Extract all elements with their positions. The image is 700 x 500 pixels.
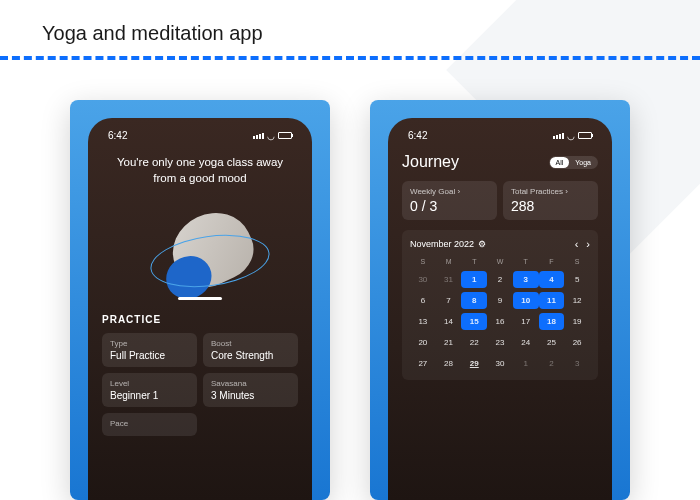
wifi-icon: ◡ — [267, 131, 275, 141]
phone-mockup-1: 6:42 ◡ You're only one yoga class away f… — [70, 100, 330, 500]
calendar-day[interactable]: 17 — [513, 313, 539, 330]
calendar-header: November 2022 ⚙ ‹ › — [410, 238, 590, 250]
phone-screen-1: 6:42 ◡ You're only one yoga class away f… — [88, 118, 312, 500]
calendar-day[interactable]: 27 — [410, 355, 436, 372]
calendar-day[interactable]: 3 — [564, 355, 590, 372]
phone-screen-2: 6:42 ◡ Journey All Yoga Weekly Goal 0 / … — [388, 118, 612, 500]
journey-title: Journey — [402, 153, 459, 171]
calendar-day[interactable]: 21 — [436, 334, 462, 351]
hero-image — [102, 204, 298, 300]
practice-card[interactable]: Savasana3 Minutes — [203, 373, 298, 407]
calendar: November 2022 ⚙ ‹ › SMTWTFS3031123456789… — [402, 230, 598, 380]
battery-icon — [278, 132, 292, 139]
practice-card[interactable]: Pace — [102, 413, 197, 436]
weekly-goal-card[interactable]: Weekly Goal 0 / 3 — [402, 181, 497, 220]
signal-icon — [253, 133, 264, 139]
calendar-day[interactable]: 5 — [564, 271, 590, 288]
filter-toggle[interactable]: All Yoga — [549, 156, 599, 169]
wifi-icon: ◡ — [567, 131, 575, 141]
calendar-day[interactable]: 3 — [513, 271, 539, 288]
calendar-day[interactable]: 2 — [487, 271, 513, 288]
calendar-dow: M — [436, 256, 462, 267]
calendar-day[interactable]: 25 — [539, 334, 565, 351]
calendar-day[interactable]: 1 — [461, 271, 487, 288]
calendar-dow: W — [487, 256, 513, 267]
practice-card-value: Beginner 1 — [110, 390, 189, 401]
practice-heading: PRACTICE — [102, 314, 298, 325]
calendar-day[interactable]: 28 — [436, 355, 462, 372]
status-icons: ◡ — [253, 130, 292, 141]
practice-card-label: Type — [110, 339, 189, 348]
practice-card[interactable]: BoostCore Strength — [203, 333, 298, 367]
practice-card[interactable]: LevelBeginner 1 — [102, 373, 197, 407]
drag-handle[interactable] — [178, 297, 222, 300]
phone-mockup-2: 6:42 ◡ Journey All Yoga Weekly Goal 0 / … — [370, 100, 630, 500]
calendar-dow: T — [461, 256, 487, 267]
calendar-day[interactable]: 15 — [461, 313, 487, 330]
practice-card-label: Pace — [110, 419, 189, 428]
calendar-day[interactable]: 14 — [436, 313, 462, 330]
practice-card-label: Level — [110, 379, 189, 388]
calendar-day[interactable]: 9 — [487, 292, 513, 309]
calendar-day[interactable]: 1 — [513, 355, 539, 372]
calendar-day[interactable]: 23 — [487, 334, 513, 351]
status-bar: 6:42 ◡ — [102, 128, 298, 143]
status-time: 6:42 — [408, 130, 427, 141]
page-title: Yoga and meditation app — [42, 22, 263, 45]
calendar-day[interactable]: 4 — [539, 271, 565, 288]
calendar-day[interactable]: 7 — [436, 292, 462, 309]
calendar-day[interactable]: 31 — [436, 271, 462, 288]
practice-grid: TypeFull PracticeBoostCore StrengthLevel… — [102, 333, 298, 436]
calendar-dow: T — [513, 256, 539, 267]
practice-card-value: Full Practice — [110, 350, 189, 361]
status-time: 6:42 — [108, 130, 127, 141]
divider-dashed — [0, 56, 700, 60]
calendar-day[interactable]: 29 — [461, 355, 487, 372]
calendar-dow: S — [410, 256, 436, 267]
calendar-day[interactable]: 30 — [487, 355, 513, 372]
practice-card-value: 3 Minutes — [211, 390, 290, 401]
gear-icon[interactable]: ⚙ — [478, 239, 486, 249]
toggle-yoga[interactable]: Yoga — [569, 157, 597, 168]
calendar-day[interactable]: 19 — [564, 313, 590, 330]
calendar-day[interactable]: 6 — [410, 292, 436, 309]
calendar-day[interactable]: 26 — [564, 334, 590, 351]
calendar-dow: S — [564, 256, 590, 267]
phones-row: 6:42 ◡ You're only one yoga class away f… — [0, 100, 700, 500]
toggle-all[interactable]: All — [550, 157, 570, 168]
practice-card-value: Core Strength — [211, 350, 290, 361]
calendar-month[interactable]: November 2022 ⚙ — [410, 239, 486, 249]
month-label: November 2022 — [410, 239, 474, 249]
calendar-day[interactable]: 10 — [513, 292, 539, 309]
calendar-day[interactable]: 16 — [487, 313, 513, 330]
battery-icon — [578, 132, 592, 139]
total-value: 288 — [511, 198, 590, 214]
chevron-left-icon[interactable]: ‹ — [575, 238, 579, 250]
weekly-goal-value: 0 / 3 — [410, 198, 489, 214]
stats-row: Weekly Goal 0 / 3 Total Practices 288 — [402, 181, 598, 220]
practice-card-label: Boost — [211, 339, 290, 348]
calendar-day[interactable]: 20 — [410, 334, 436, 351]
total-label: Total Practices — [511, 187, 590, 196]
calendar-day[interactable]: 11 — [539, 292, 565, 309]
status-bar: 6:42 ◡ — [402, 128, 598, 143]
calendar-day[interactable]: 30 — [410, 271, 436, 288]
calendar-day[interactable]: 18 — [539, 313, 565, 330]
calendar-grid: SMTWTFS303112345678910111213141516171819… — [410, 256, 590, 372]
signal-icon — [553, 133, 564, 139]
calendar-day[interactable]: 12 — [564, 292, 590, 309]
calendar-day[interactable]: 2 — [539, 355, 565, 372]
calendar-nav: ‹ › — [575, 238, 590, 250]
practice-card-label: Savasana — [211, 379, 290, 388]
total-practices-card[interactable]: Total Practices 288 — [503, 181, 598, 220]
calendar-day[interactable]: 8 — [461, 292, 487, 309]
calendar-day[interactable]: 22 — [461, 334, 487, 351]
chevron-right-icon[interactable]: › — [586, 238, 590, 250]
calendar-day[interactable]: 13 — [410, 313, 436, 330]
practice-card[interactable]: TypeFull Practice — [102, 333, 197, 367]
status-icons: ◡ — [553, 130, 592, 141]
journey-header: Journey All Yoga — [402, 153, 598, 171]
tagline: You're only one yoga class away from a g… — [108, 155, 292, 186]
weekly-goal-label: Weekly Goal — [410, 187, 489, 196]
calendar-day[interactable]: 24 — [513, 334, 539, 351]
